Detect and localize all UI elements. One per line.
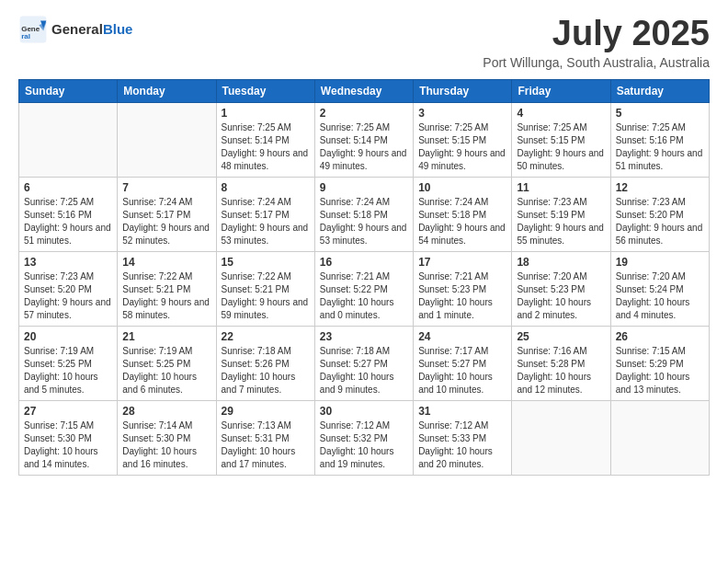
day-info: Sunrise: 7:25 AMSunset: 5:15 PMDaylight:… — [418, 121, 506, 173]
calendar-cell: 28Sunrise: 7:14 AMSunset: 5:30 PMDayligh… — [118, 400, 216, 475]
calendar-cell: 25Sunrise: 7:16 AMSunset: 5:28 PMDayligh… — [512, 326, 610, 400]
day-info: Sunrise: 7:24 AMSunset: 5:18 PMDaylight:… — [418, 196, 506, 247]
calendar-cell — [19, 102, 118, 177]
day-info: Sunrise: 7:23 AMSunset: 5:20 PMDaylight:… — [24, 270, 112, 322]
day-info: Sunrise: 7:20 AMSunset: 5:23 PMDaylight:… — [517, 270, 605, 322]
day-number: 10 — [418, 181, 506, 194]
calendar-cell — [118, 102, 216, 177]
day-info: Sunrise: 7:25 AMSunset: 5:14 PMDaylight:… — [222, 121, 310, 173]
day-number: 28 — [122, 405, 210, 418]
day-info: Sunrise: 7:23 AMSunset: 5:20 PMDaylight:… — [616, 196, 704, 247]
calendar-cell: 23Sunrise: 7:18 AMSunset: 5:27 PMDayligh… — [314, 326, 413, 400]
calendar-cell — [512, 400, 610, 475]
day-number: 2 — [320, 107, 408, 120]
logo: Gene ral GeneralBlue — [18, 15, 132, 44]
weekday-header-thursday: Thursday — [414, 79, 512, 102]
calendar-cell — [610, 400, 709, 475]
calendar-cell: 12Sunrise: 7:23 AMSunset: 5:20 PMDayligh… — [610, 177, 709, 251]
calendar-cell: 24Sunrise: 7:17 AMSunset: 5:27 PMDayligh… — [414, 326, 512, 400]
day-number: 14 — [122, 256, 210, 269]
day-info: Sunrise: 7:23 AMSunset: 5:19 PMDaylight:… — [517, 196, 605, 247]
calendar-cell: 14Sunrise: 7:22 AMSunset: 5:21 PMDayligh… — [118, 251, 216, 326]
svg-text:ral: ral — [21, 32, 30, 40]
calendar-cell: 10Sunrise: 7:24 AMSunset: 5:18 PMDayligh… — [414, 177, 512, 251]
calendar-cell: 21Sunrise: 7:19 AMSunset: 5:25 PMDayligh… — [118, 326, 216, 400]
day-info: Sunrise: 7:18 AMSunset: 5:27 PMDaylight:… — [320, 345, 408, 396]
day-info: Sunrise: 7:14 AMSunset: 5:30 PMDaylight:… — [122, 419, 210, 471]
day-number: 5 — [616, 107, 704, 120]
calendar-cell: 8Sunrise: 7:24 AMSunset: 5:17 PMDaylight… — [216, 177, 314, 251]
calendar-cell: 30Sunrise: 7:12 AMSunset: 5:32 PMDayligh… — [314, 400, 413, 475]
day-number: 20 — [24, 330, 112, 343]
day-number: 4 — [517, 107, 605, 120]
calendar-cell: 26Sunrise: 7:15 AMSunset: 5:29 PMDayligh… — [610, 326, 709, 400]
day-info: Sunrise: 7:21 AMSunset: 5:23 PMDaylight:… — [418, 270, 506, 322]
calendar-cell: 27Sunrise: 7:15 AMSunset: 5:30 PMDayligh… — [19, 400, 118, 475]
day-number: 7 — [122, 181, 210, 194]
location-subtitle: Port Willunga, South Australia, Australi… — [483, 55, 710, 70]
weekday-header-wednesday: Wednesday — [314, 79, 413, 102]
day-info: Sunrise: 7:24 AMSunset: 5:17 PMDaylight:… — [122, 196, 210, 247]
day-info: Sunrise: 7:19 AMSunset: 5:25 PMDaylight:… — [122, 345, 210, 396]
day-number: 25 — [517, 330, 605, 343]
day-info: Sunrise: 7:12 AMSunset: 5:33 PMDaylight:… — [418, 419, 506, 471]
calendar-cell: 18Sunrise: 7:20 AMSunset: 5:23 PMDayligh… — [512, 251, 610, 326]
day-number: 31 — [418, 405, 506, 418]
day-number: 26 — [616, 330, 704, 343]
day-info: Sunrise: 7:19 AMSunset: 5:25 PMDaylight:… — [24, 345, 112, 396]
weekday-header-tuesday: Tuesday — [216, 79, 314, 102]
logo-wordmark: GeneralBlue — [51, 21, 132, 38]
day-number: 8 — [222, 181, 310, 194]
calendar-cell: 13Sunrise: 7:23 AMSunset: 5:20 PMDayligh… — [19, 251, 118, 326]
day-number: 22 — [222, 330, 310, 343]
calendar-cell: 5Sunrise: 7:25 AMSunset: 5:16 PMDaylight… — [610, 102, 709, 177]
calendar-week-3: 13Sunrise: 7:23 AMSunset: 5:20 PMDayligh… — [19, 251, 710, 326]
calendar-cell: 29Sunrise: 7:13 AMSunset: 5:31 PMDayligh… — [216, 400, 314, 475]
weekday-header-saturday: Saturday — [610, 79, 709, 102]
day-info: Sunrise: 7:24 AMSunset: 5:18 PMDaylight:… — [320, 196, 408, 247]
logo-blue: Blue — [103, 21, 133, 37]
page-header: Gene ral GeneralBlue July 2025 Port Will… — [18, 15, 710, 70]
day-info: Sunrise: 7:22 AMSunset: 5:21 PMDaylight:… — [122, 270, 210, 322]
day-number: 15 — [222, 256, 310, 269]
day-number: 12 — [616, 181, 704, 194]
day-number: 11 — [517, 181, 605, 194]
day-info: Sunrise: 7:15 AMSunset: 5:29 PMDaylight:… — [616, 345, 704, 396]
weekday-header-sunday: Sunday — [19, 79, 118, 102]
day-number: 17 — [418, 256, 506, 269]
calendar-cell: 16Sunrise: 7:21 AMSunset: 5:22 PMDayligh… — [314, 251, 413, 326]
day-info: Sunrise: 7:18 AMSunset: 5:26 PMDaylight:… — [222, 345, 310, 396]
calendar-cell: 22Sunrise: 7:18 AMSunset: 5:26 PMDayligh… — [216, 326, 314, 400]
calendar-week-5: 27Sunrise: 7:15 AMSunset: 5:30 PMDayligh… — [19, 400, 710, 475]
calendar-cell: 3Sunrise: 7:25 AMSunset: 5:15 PMDaylight… — [414, 102, 512, 177]
day-info: Sunrise: 7:16 AMSunset: 5:28 PMDaylight:… — [517, 345, 605, 396]
calendar-header: SundayMondayTuesdayWednesdayThursdayFrid… — [19, 79, 710, 102]
calendar-week-2: 6Sunrise: 7:25 AMSunset: 5:16 PMDaylight… — [19, 177, 710, 251]
calendar-cell: 7Sunrise: 7:24 AMSunset: 5:17 PMDaylight… — [118, 177, 216, 251]
day-info: Sunrise: 7:15 AMSunset: 5:30 PMDaylight:… — [24, 419, 112, 471]
day-number: 9 — [320, 181, 408, 194]
calendar-cell: 2Sunrise: 7:25 AMSunset: 5:14 PMDaylight… — [314, 102, 413, 177]
calendar-body: 1Sunrise: 7:25 AMSunset: 5:14 PMDaylight… — [19, 102, 710, 475]
day-number: 19 — [616, 256, 704, 269]
calendar-cell: 31Sunrise: 7:12 AMSunset: 5:33 PMDayligh… — [414, 400, 512, 475]
day-number: 6 — [24, 181, 112, 194]
weekday-header-monday: Monday — [118, 79, 216, 102]
day-number: 30 — [320, 405, 408, 418]
day-number: 13 — [24, 256, 112, 269]
calendar-cell: 11Sunrise: 7:23 AMSunset: 5:19 PMDayligh… — [512, 177, 610, 251]
day-number: 16 — [320, 256, 408, 269]
day-info: Sunrise: 7:22 AMSunset: 5:21 PMDaylight:… — [222, 270, 310, 322]
title-block: July 2025 Port Willunga, South Australia… — [483, 15, 710, 70]
calendar-cell: 19Sunrise: 7:20 AMSunset: 5:24 PMDayligh… — [610, 251, 709, 326]
calendar-cell: 4Sunrise: 7:25 AMSunset: 5:15 PMDaylight… — [512, 102, 610, 177]
calendar-week-4: 20Sunrise: 7:19 AMSunset: 5:25 PMDayligh… — [19, 326, 710, 400]
weekday-header-friday: Friday — [512, 79, 610, 102]
day-info: Sunrise: 7:20 AMSunset: 5:24 PMDaylight:… — [616, 270, 704, 322]
day-info: Sunrise: 7:21 AMSunset: 5:22 PMDaylight:… — [320, 270, 408, 322]
day-info: Sunrise: 7:13 AMSunset: 5:31 PMDaylight:… — [222, 419, 310, 471]
day-info: Sunrise: 7:12 AMSunset: 5:32 PMDaylight:… — [320, 419, 408, 471]
day-number: 23 — [320, 330, 408, 343]
day-number: 24 — [418, 330, 506, 343]
day-info: Sunrise: 7:25 AMSunset: 5:14 PMDaylight:… — [320, 121, 408, 173]
